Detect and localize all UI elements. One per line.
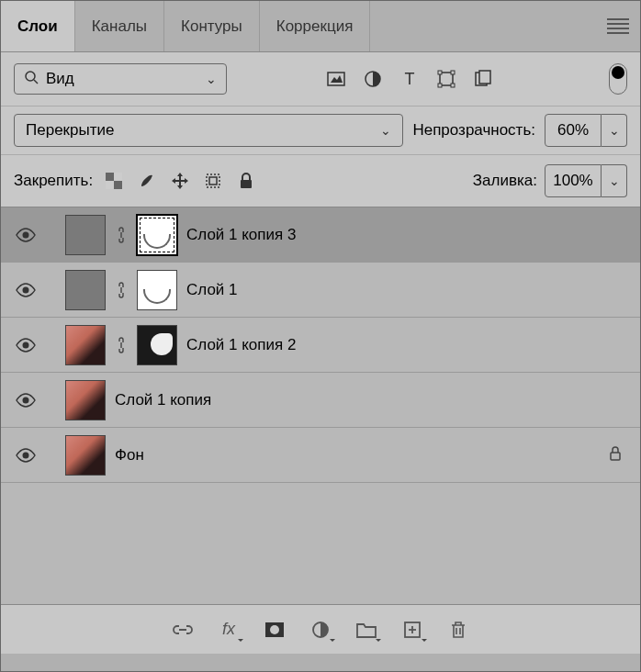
svg-point-21: [23, 286, 29, 293]
opacity-label: Непрозрачность:: [412, 121, 535, 140]
visibility-eye-icon[interactable]: [14, 388, 38, 412]
svg-rect-7: [438, 71, 442, 74]
link-icon[interactable]: [115, 337, 128, 353]
visibility-eye-icon[interactable]: [14, 278, 38, 302]
opacity-chevron[interactable]: ⌄: [602, 114, 627, 147]
svg-marker-3: [331, 75, 343, 83]
svg-rect-19: [241, 180, 252, 188]
layer-thumb[interactable]: [65, 435, 106, 476]
lock-all-icon[interactable]: [236, 171, 256, 191]
layer-name[interactable]: Слой 1 копия: [115, 391, 627, 409]
link-layers-icon[interactable]: [172, 619, 194, 641]
lock-transparency-icon[interactable]: [104, 171, 124, 191]
chevron-down-icon: ⌄: [380, 123, 391, 138]
fill-value[interactable]: 100%: [545, 164, 602, 197]
layer-row[interactable]: Слой 1 копия 3: [1, 207, 640, 263]
layer-name[interactable]: Слой 1 копия 2: [186, 336, 627, 354]
lock-artboard-icon[interactable]: [203, 171, 223, 191]
layer-thumb[interactable]: [65, 325, 106, 365]
tab-channels[interactable]: Каналы: [75, 1, 164, 51]
add-group-icon[interactable]: [355, 619, 377, 641]
layer-row[interactable]: Фон: [1, 428, 640, 483]
filter-pixel-icon[interactable]: [326, 69, 346, 89]
layer-thumb[interactable]: [65, 380, 106, 420]
layer-thumb[interactable]: [65, 270, 106, 310]
filter-toggle[interactable]: [609, 63, 627, 95]
svg-rect-12: [479, 71, 490, 84]
filter-label: Вид: [46, 70, 206, 88]
layer-thumb[interactable]: [65, 215, 106, 255]
svg-point-24: [23, 452, 29, 458]
layers-list: Слой 1 копия 3 Слой 1 Слой 1 копия 2 Сло…: [1, 207, 640, 604]
add-layer-icon[interactable]: [401, 619, 423, 641]
visibility-eye-icon[interactable]: [14, 443, 38, 467]
svg-point-23: [23, 397, 29, 403]
panel-menu-icon[interactable]: [607, 18, 629, 35]
blend-mode-select[interactable]: Перекрытие ⌄: [14, 114, 403, 147]
delete-layer-icon[interactable]: [447, 619, 469, 641]
layer-row[interactable]: Слой 1 копия: [1, 373, 640, 428]
svg-rect-9: [438, 84, 442, 87]
svg-point-22: [23, 342, 29, 348]
visibility-eye-icon[interactable]: [14, 223, 38, 247]
filter-adjustment-icon[interactable]: [363, 69, 383, 89]
blend-toolbar: Перекрытие ⌄ Непрозрачность: 60% ⌄: [1, 106, 640, 154]
svg-rect-8: [451, 71, 455, 74]
svg-text:T: T: [405, 70, 415, 88]
lock-paint-icon[interactable]: [137, 171, 157, 191]
lock-toolbar: Закрепить: Заливка: 100% ⌄: [1, 154, 640, 207]
svg-point-27: [270, 625, 279, 634]
lock-icon: [609, 446, 627, 465]
visibility-eye-icon[interactable]: [14, 333, 38, 357]
panel-tabs: Слои Каналы Контуры Коррекция: [1, 1, 640, 52]
layer-row[interactable]: Слой 1: [1, 263, 640, 318]
filter-type-icon[interactable]: T: [399, 69, 420, 89]
chevron-down-icon: ⌄: [206, 72, 217, 86]
svg-point-20: [23, 231, 29, 238]
tab-adjustments[interactable]: Коррекция: [260, 1, 371, 51]
layer-effects-icon[interactable]: fx: [218, 619, 240, 641]
opacity-value[interactable]: 60%: [545, 114, 602, 147]
svg-rect-15: [114, 173, 122, 181]
add-adjustment-icon[interactable]: [309, 619, 332, 641]
link-icon[interactable]: [115, 227, 128, 243]
layer-mask-thumb[interactable]: [137, 270, 177, 310]
svg-rect-13: [106, 173, 114, 181]
tab-layers[interactable]: Слои: [1, 1, 75, 51]
fill-chevron[interactable]: ⌄: [602, 164, 627, 197]
filter-smart-icon[interactable]: [473, 69, 493, 89]
tab-paths[interactable]: Контуры: [164, 1, 260, 51]
svg-point-0: [26, 72, 35, 81]
svg-rect-14: [114, 181, 122, 189]
svg-rect-18: [209, 177, 217, 185]
layer-filter-select[interactable]: Вид ⌄: [14, 63, 227, 95]
svg-rect-10: [451, 84, 455, 87]
layer-mask-thumb[interactable]: [137, 215, 177, 255]
bottom-toolbar: fx: [1, 604, 640, 654]
layer-name[interactable]: Слой 1 копия 3: [186, 226, 627, 244]
layer-row[interactable]: Слой 1 копия 2: [1, 318, 640, 373]
svg-rect-16: [106, 181, 114, 189]
layer-name[interactable]: Фон: [115, 446, 600, 465]
add-mask-icon[interactable]: [264, 619, 286, 641]
filter-shape-icon[interactable]: [436, 69, 456, 89]
layer-mask-thumb[interactable]: [137, 325, 177, 365]
svg-rect-25: [611, 453, 620, 460]
lock-position-icon[interactable]: [170, 171, 190, 191]
link-icon[interactable]: [115, 282, 128, 298]
lock-label: Закрепить:: [14, 172, 93, 190]
layer-name[interactable]: Слой 1: [186, 281, 627, 299]
search-icon: [24, 70, 39, 88]
svg-line-1: [34, 80, 38, 84]
svg-rect-17: [207, 174, 219, 187]
fill-label: Заливка:: [473, 172, 537, 190]
filter-toolbar: Вид ⌄ T: [1, 52, 640, 106]
